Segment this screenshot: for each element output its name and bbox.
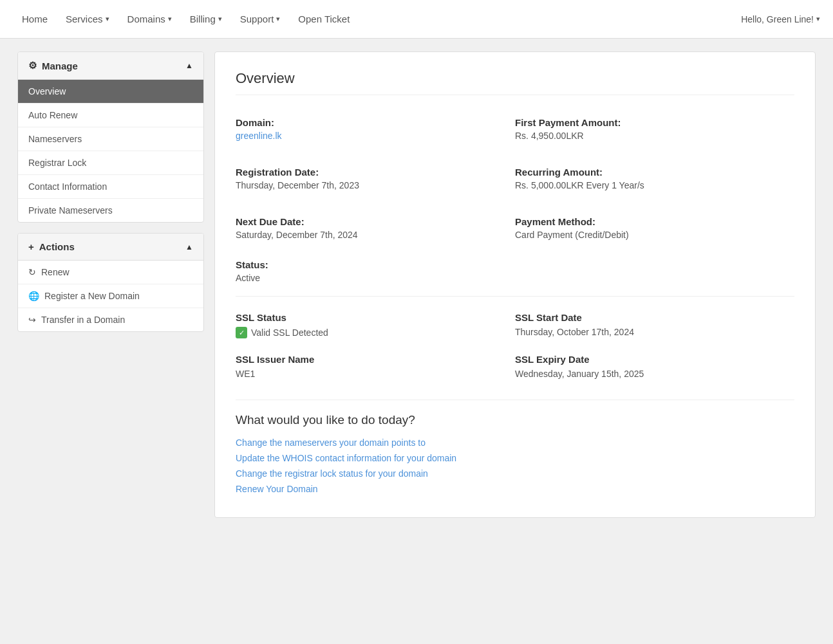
- gear-icon: ⚙: [28, 60, 37, 71]
- domain-cell: Domain: greenline.lk: [236, 111, 515, 147]
- services-dropdown-arrow: ▾: [106, 15, 109, 23]
- ssl-expiry-value: Wednesday, January 15th, 2025: [515, 369, 794, 379]
- ssl-start-date-label: SSL Start Date: [515, 312, 794, 323]
- sidebar-item-auto-renew[interactable]: Auto Renew: [18, 104, 203, 127]
- user-dropdown-arrow: ▾: [816, 15, 820, 23]
- transfer-icon: ↪: [28, 315, 36, 325]
- ssl-issuer-value: WE1: [236, 369, 515, 379]
- ssl-start-date-cell: SSL Start Date Thursday, October 17th, 2…: [515, 307, 794, 344]
- register-new-domain-label: Register a New Domain: [44, 291, 140, 301]
- what-title: What would you like to do today?: [236, 413, 794, 427]
- registration-recurring-grid: Registration Date: Thursday, December 7t…: [236, 160, 794, 197]
- payment-method-cell: Payment Method: Card Payment (Credit/Deb…: [515, 210, 794, 246]
- renew-label: Renew: [41, 267, 70, 277]
- top-navigation: Home Services ▾ Domains ▾ Billing ▾ Supp…: [0, 0, 833, 39]
- nav-home[interactable]: Home: [13, 0, 57, 39]
- next-due-label: Next Due Date:: [236, 216, 515, 227]
- recurring-amount-value: Rs. 5,000.00LKR Every 1 Year/s: [515, 180, 794, 190]
- user-menu[interactable]: Hello, Green Line! ▾: [741, 14, 820, 24]
- billing-dropdown-arrow: ▾: [218, 15, 222, 23]
- link-change-nameservers[interactable]: Change the nameservers your domain point…: [236, 437, 794, 448]
- auto-renew-label: Auto Renew: [28, 110, 77, 120]
- registration-date-label: Registration Date:: [236, 167, 515, 178]
- nav-support[interactable]: Support ▾: [231, 0, 290, 39]
- actions-section: + Actions ▲ ↻ Renew 🌐 Register a New Dom…: [17, 233, 204, 332]
- status-section: Status: Active: [236, 259, 794, 283]
- ssl-status-cell: SSL Status ✓ Valid SSL Detected: [236, 307, 515, 344]
- ssl-status-start-grid: SSL Status ✓ Valid SSL Detected SSL Star…: [236, 307, 794, 344]
- recurring-amount-label: Recurring Amount:: [515, 167, 794, 178]
- sidebar: ⚙ Manage ▲ Overview Auto Renew Nameserve…: [17, 51, 204, 518]
- main-content: Overview Domain: greenline.lk First Paym…: [214, 51, 816, 518]
- user-greeting: Hello, Green Line!: [741, 14, 814, 24]
- nav-open-ticket[interactable]: Open Ticket: [289, 0, 359, 39]
- nav-billing[interactable]: Billing ▾: [181, 0, 231, 39]
- ssl-expiry-cell: SSL Expiry Date Wednesday, January 15th,…: [515, 349, 794, 384]
- transfer-in-domain-label: Transfer in a Domain: [41, 315, 125, 325]
- link-change-registrar-lock[interactable]: Change the registrar lock status for you…: [236, 468, 794, 479]
- overview-label: Overview: [28, 86, 66, 97]
- registration-date-cell: Registration Date: Thursday, December 7t…: [236, 160, 515, 197]
- recurring-amount-cell: Recurring Amount: Rs. 5,000.00LKR Every …: [515, 160, 794, 197]
- next-due-value: Saturday, December 7th, 2024: [236, 230, 515, 240]
- link-renew-domain[interactable]: Renew Your Domain: [236, 484, 794, 494]
- sidebar-item-private-nameservers[interactable]: Private Nameservers: [18, 199, 203, 222]
- actions-section-header[interactable]: + Actions ▲: [18, 234, 203, 261]
- page-title: Overview: [236, 70, 794, 95]
- sidebar-item-transfer-in-domain[interactable]: ↪ Transfer in a Domain: [18, 308, 203, 331]
- actions-chevron-icon: ▲: [185, 243, 193, 252]
- registration-date-value: Thursday, December 7th, 2023: [236, 180, 515, 190]
- payment-method-value: Card Payment (Credit/Debit): [515, 230, 794, 240]
- manage-section: ⚙ Manage ▲ Overview Auto Renew Nameserve…: [17, 51, 204, 223]
- ssl-status-text: Valid SSL Detected: [251, 327, 328, 338]
- actions-label: Actions: [39, 241, 75, 252]
- sidebar-item-nameservers[interactable]: Nameservers: [18, 127, 203, 151]
- ssl-issuer-cell: SSL Issuer Name WE1: [236, 349, 515, 384]
- plus-icon: +: [28, 241, 34, 252]
- registrar-lock-label: Registrar Lock: [28, 158, 86, 168]
- private-nameservers-label: Private Nameservers: [28, 205, 113, 216]
- domain-label: Domain:: [236, 117, 515, 128]
- payment-method-label: Payment Method:: [515, 216, 794, 227]
- nameservers-label: Nameservers: [28, 134, 82, 144]
- domain-payment-grid: Domain: greenline.lk First Payment Amoun…: [236, 111, 794, 147]
- manage-label: Manage: [42, 60, 78, 71]
- first-payment-label: First Payment Amount:: [515, 117, 794, 128]
- ssl-issuer-label: SSL Issuer Name: [236, 354, 515, 365]
- divider: [236, 296, 794, 297]
- page-container: ⚙ Manage ▲ Overview Auto Renew Nameserve…: [11, 51, 822, 518]
- ssl-status-value: ✓ Valid SSL Detected: [236, 327, 515, 338]
- first-payment-value: Rs. 4,950.00LKR: [515, 131, 794, 141]
- manage-section-header[interactable]: ⚙ Manage ▲: [18, 52, 203, 80]
- status-label: Status:: [236, 259, 794, 270]
- contact-information-label: Contact Information: [28, 181, 107, 192]
- globe-icon: 🌐: [28, 291, 39, 301]
- sidebar-item-contact-information[interactable]: Contact Information: [18, 175, 203, 199]
- nav-services[interactable]: Services ▾: [57, 0, 118, 39]
- support-dropdown-arrow: ▾: [276, 15, 280, 23]
- sidebar-item-register-new-domain[interactable]: 🌐 Register a New Domain: [18, 284, 203, 308]
- domain-value[interactable]: greenline.lk: [236, 131, 282, 141]
- ssl-issuer-expiry-grid: SSL Issuer Name WE1 SSL Expiry Date Wedn…: [236, 349, 794, 384]
- due-payment-grid: Next Due Date: Saturday, December 7th, 2…: [236, 210, 794, 246]
- ssl-expiry-label: SSL Expiry Date: [515, 354, 794, 365]
- domains-dropdown-arrow: ▾: [168, 15, 172, 23]
- what-section: What would you like to do today? Change …: [236, 400, 794, 494]
- ssl-start-date-value: Thursday, October 17th, 2024: [515, 327, 794, 337]
- ssl-valid-badge: ✓: [236, 327, 247, 338]
- ssl-status-label: SSL Status: [236, 312, 515, 323]
- status-value: Active: [236, 273, 794, 283]
- renew-icon: ↻: [28, 267, 36, 277]
- first-payment-cell: First Payment Amount: Rs. 4,950.00LKR: [515, 111, 794, 147]
- link-update-whois[interactable]: Update the WHOIS contact information for…: [236, 453, 794, 463]
- sidebar-item-renew[interactable]: ↻ Renew: [18, 261, 203, 284]
- sidebar-item-overview[interactable]: Overview: [18, 80, 203, 104]
- manage-chevron-icon: ▲: [185, 61, 193, 70]
- next-due-cell: Next Due Date: Saturday, December 7th, 2…: [236, 210, 515, 246]
- nav-domains[interactable]: Domains ▾: [118, 0, 181, 39]
- sidebar-item-registrar-lock[interactable]: Registrar Lock: [18, 151, 203, 175]
